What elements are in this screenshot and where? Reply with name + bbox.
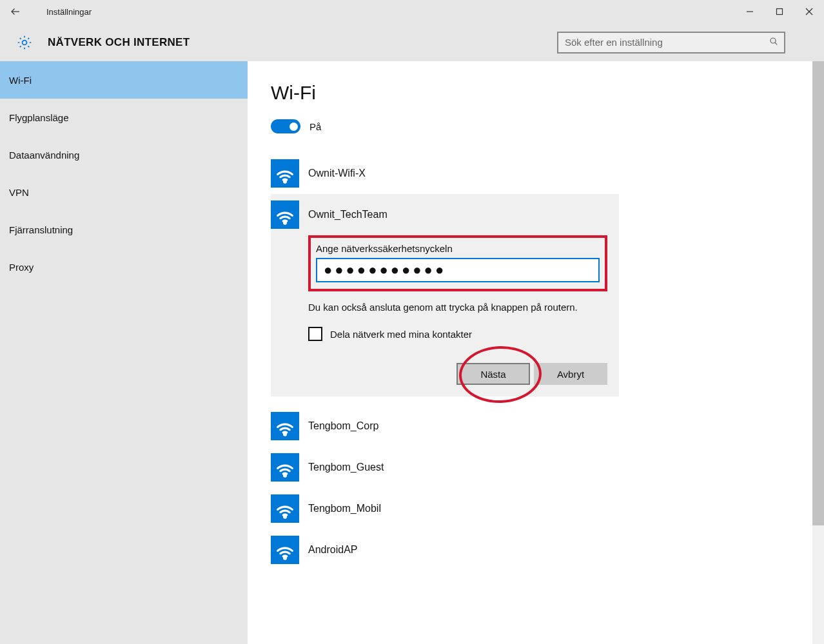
- scrollbar-thumb[interactable]: [812, 61, 824, 525]
- wifi-connect-panel: Ownit_TechTeam Ange nätverkssäkerhetsnyc…: [271, 194, 619, 396]
- sidebar-item-label: Flygplansläge: [9, 112, 69, 123]
- wifi-network-item[interactable]: Tengbom_Corp: [271, 405, 619, 447]
- settings-gear-icon[interactable]: [14, 32, 35, 53]
- wifi-network-name: Tengbom_Mobil: [308, 503, 381, 514]
- page-title: Wi-Fi: [271, 82, 776, 104]
- sidebar-item-label: Dataanvändning: [9, 150, 79, 161]
- sidebar-item-label: Proxy: [9, 262, 34, 273]
- svg-point-12: [284, 516, 286, 518]
- svg-point-8: [284, 181, 286, 182]
- svg-line-7: [775, 43, 777, 44]
- wifi-icon: [271, 536, 299, 564]
- wifi-network-name: AndroidAP: [308, 544, 358, 556]
- next-button[interactable]: Nästa: [456, 363, 530, 385]
- wifi-network-item[interactable]: AndroidAP: [271, 529, 619, 571]
- annotation-security-key-highlight: Ange nätverkssäkerhetsnyckeln: [308, 235, 607, 291]
- minimize-button[interactable]: [735, 0, 765, 23]
- svg-point-13: [284, 557, 286, 559]
- window-title: Inställningar: [31, 7, 92, 17]
- sidebar-item-remote[interactable]: Fjärranslutning: [0, 211, 248, 248]
- sidebar-item-datausage[interactable]: Dataanvändning: [0, 136, 248, 173]
- svg-point-9: [284, 222, 286, 224]
- wifi-network-name: Tengbom_Guest: [308, 462, 384, 473]
- svg-point-6: [770, 38, 776, 43]
- svg-point-10: [284, 433, 286, 435]
- wifi-icon: [271, 453, 299, 482]
- next-button-label: Nästa: [480, 369, 505, 380]
- svg-point-11: [284, 474, 286, 476]
- sidebar-item-label: VPN: [9, 187, 29, 198]
- search-icon: [769, 36, 779, 49]
- search-box[interactable]: [557, 32, 785, 54]
- wifi-icon: [271, 159, 299, 188]
- header: NÄTVERK OCH INTERNET: [0, 23, 824, 61]
- search-input[interactable]: [565, 37, 769, 48]
- wifi-network-name: Tengbom_Corp: [308, 420, 378, 432]
- wifi-toggle[interactable]: [271, 119, 300, 133]
- wifi-icon: [271, 200, 299, 229]
- wifi-network-item[interactable]: Ownit-Wifi-X: [271, 153, 619, 194]
- close-button[interactable]: [794, 0, 824, 23]
- main-pane: Wi-Fi På Ownit-Wifi-X Ownit_TechTeam: [248, 61, 824, 644]
- cancel-button[interactable]: Avbryt: [534, 363, 607, 385]
- sidebar-item-airplane[interactable]: Flygplansläge: [0, 99, 248, 136]
- cancel-button-label: Avbryt: [557, 369, 584, 380]
- sidebar-item-proxy[interactable]: Proxy: [0, 248, 248, 286]
- security-key-input[interactable]: [316, 258, 600, 282]
- sidebar-item-vpn[interactable]: VPN: [0, 173, 248, 211]
- sidebar-item-wifi[interactable]: Wi-Fi: [0, 61, 248, 99]
- category-title: NÄTVERK OCH INTERNET: [48, 36, 190, 49]
- wifi-icon: [271, 494, 299, 523]
- sidebar-item-label: Fjärranslutning: [9, 224, 73, 235]
- wifi-network-name: Ownit_TechTeam: [308, 209, 387, 220]
- wifi-network-item[interactable]: Tengbom_Mobil: [271, 488, 619, 529]
- share-checkbox-label: Dela nätverk med mina kontakter: [330, 329, 472, 340]
- maximize-button[interactable]: [765, 0, 794, 23]
- security-key-label: Ange nätverkssäkerhetsnyckeln: [316, 243, 600, 254]
- sidebar-item-label: Wi-Fi: [9, 75, 32, 86]
- share-checkbox[interactable]: [308, 327, 322, 341]
- titlebar: Inställningar: [0, 0, 824, 23]
- wifi-toggle-label: På: [309, 121, 321, 132]
- wps-hint: Du kan också ansluta genom att trycka på…: [308, 300, 585, 314]
- sidebar: Wi-Fi Flygplansläge Dataanvändning VPN F…: [0, 61, 248, 644]
- svg-point-5: [23, 40, 27, 44]
- svg-rect-2: [777, 9, 783, 15]
- wifi-network-item[interactable]: Tengbom_Guest: [271, 447, 619, 488]
- wifi-icon: [271, 412, 299, 440]
- back-button[interactable]: [0, 0, 31, 23]
- wifi-network-name: Ownit-Wifi-X: [308, 168, 366, 179]
